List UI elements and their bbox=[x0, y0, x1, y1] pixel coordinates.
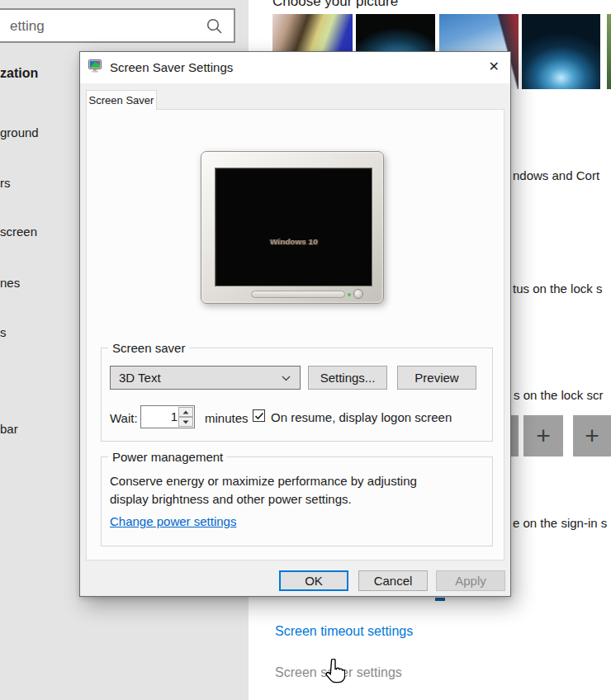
wait-label: Wait: bbox=[110, 411, 138, 425]
check-icon bbox=[254, 412, 264, 420]
dropdown-value: 3D Text bbox=[119, 371, 161, 385]
cancel-button[interactable]: Cancel bbox=[358, 570, 428, 591]
detailed-status-text-fragment: tus on the lock s bbox=[513, 281, 602, 296]
3d-text-preview: Windows 10 bbox=[269, 239, 318, 247]
on-resume-label: On resume, display logon screen bbox=[271, 410, 452, 424]
monitor-button-bar bbox=[251, 291, 345, 298]
ok-button[interactable]: OK bbox=[279, 570, 348, 591]
hand-cursor bbox=[322, 659, 345, 683]
minutes-label: minutes bbox=[205, 411, 249, 425]
group-label: Power management bbox=[108, 450, 227, 464]
power-text-line1: Conserve energy or maximize performance … bbox=[110, 474, 417, 488]
sidebar-item-lock-screen[interactable]: screen bbox=[0, 225, 37, 239]
sidebar-item-fonts[interactable]: s bbox=[0, 325, 7, 339]
screen-saver-dropdown[interactable]: 3D Text bbox=[110, 366, 301, 390]
wait-spinner[interactable]: 1 bbox=[140, 405, 195, 428]
sign-in-text-fragment: e on the sign-in s bbox=[513, 516, 607, 530]
close-icon[interactable]: ✕ bbox=[489, 59, 500, 74]
picture-thumbnail[interactable] bbox=[522, 14, 600, 89]
change-power-settings-link[interactable]: Change power settings bbox=[110, 514, 236, 528]
apply-button[interactable]: Apply bbox=[436, 570, 505, 591]
sidebar-item-background[interactable]: ground bbox=[0, 125, 39, 140]
sidebar-item-personalization[interactable]: zation bbox=[0, 66, 38, 81]
monitor-preview: Windows 10 bbox=[201, 151, 384, 304]
wait-value[interactable]: 1 bbox=[141, 406, 178, 428]
triangle-down-icon bbox=[182, 420, 189, 424]
quick-status-text-fragment: s on the lock scr bbox=[514, 388, 603, 402]
screen-saver-icon bbox=[88, 59, 103, 73]
add-quick-status-app-button[interactable]: + bbox=[573, 415, 611, 456]
search-box[interactable] bbox=[0, 8, 235, 43]
monitor-screen: Windows 10 bbox=[215, 168, 372, 286]
monitor-power-led bbox=[348, 293, 351, 296]
dialog-titlebar[interactable]: Screen Saver Settings ✕ bbox=[80, 52, 510, 83]
choose-picture-heading: Choose your picture bbox=[272, 0, 398, 10]
plus-icon: + bbox=[536, 423, 551, 448]
power-management-group: Power management Conserve energy or maxi… bbox=[101, 456, 493, 546]
triangle-up-icon bbox=[182, 410, 189, 414]
sidebar-item-themes[interactable]: nes bbox=[0, 276, 20, 290]
sidebar-item-colors[interactable]: rs bbox=[0, 176, 11, 190]
dialog-title: Screen Saver Settings bbox=[110, 60, 233, 74]
add-quick-status-app-button[interactable]: + bbox=[523, 415, 563, 456]
power-text-line2: display brightness and other power setti… bbox=[110, 492, 352, 506]
search-icon bbox=[206, 17, 224, 35]
quick-status-app-tile[interactable] bbox=[511, 415, 519, 456]
tab-page: Windows 10 Screen saver 3D Text Settings… bbox=[86, 109, 504, 560]
picture-thumbnail[interactable] bbox=[607, 14, 611, 89]
hidden-link-sliver bbox=[435, 598, 445, 601]
screen: zation ground rs screen nes s bar Choose… bbox=[0, 0, 611, 700]
screen-saver-group: Screen saver 3D Text Settings... Preview… bbox=[101, 348, 493, 442]
screen-timeout-settings-link[interactable]: Screen timeout settings bbox=[275, 624, 413, 639]
preview-button[interactable]: Preview bbox=[397, 366, 476, 390]
plus-icon: + bbox=[585, 423, 599, 448]
sidebar-item-taskbar[interactable]: bar bbox=[0, 422, 18, 436]
settings-button[interactable]: Settings... bbox=[308, 366, 387, 390]
search-input[interactable] bbox=[8, 10, 177, 43]
screen-saver-settings-dialog: Screen Saver Settings ✕ Screen Saver Win… bbox=[79, 51, 511, 597]
spinner-up-button[interactable] bbox=[178, 407, 193, 417]
lock-screen-text-fragment: ndows and Cort bbox=[513, 168, 599, 182]
on-resume-checkbox[interactable] bbox=[253, 409, 265, 422]
tab-screen-saver[interactable]: Screen Saver bbox=[86, 90, 157, 110]
monitor-power-button bbox=[353, 289, 363, 299]
spinner-down-button[interactable] bbox=[178, 417, 193, 427]
group-label: Screen saver bbox=[108, 341, 189, 355]
chevron-down-icon bbox=[282, 376, 291, 381]
